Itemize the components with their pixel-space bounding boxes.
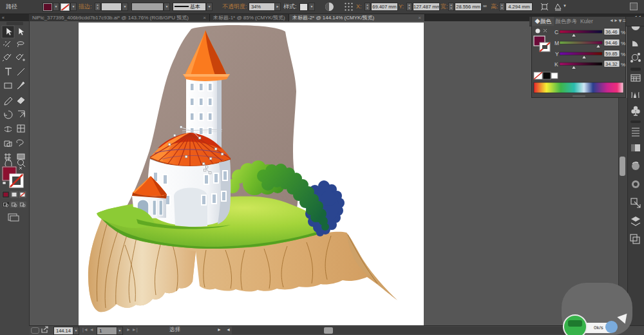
- svg-text:Y: Y: [555, 51, 559, 57]
- svg-text:C: C: [554, 29, 558, 35]
- svg-text:K: K: [554, 61, 558, 68]
- svg-text:%: %: [621, 52, 625, 57]
- svg-text:%: %: [621, 30, 625, 35]
- svg-text:%: %: [621, 62, 625, 68]
- svg-text:M: M: [554, 40, 559, 46]
- svg-text:59.85: 59.85: [605, 51, 618, 57]
- svg-text:34.32: 34.32: [605, 61, 618, 67]
- svg-text:%: %: [621, 41, 625, 46]
- svg-text:36.46: 36.46: [605, 29, 618, 35]
- svg-text:94.46: 94.46: [605, 40, 618, 46]
